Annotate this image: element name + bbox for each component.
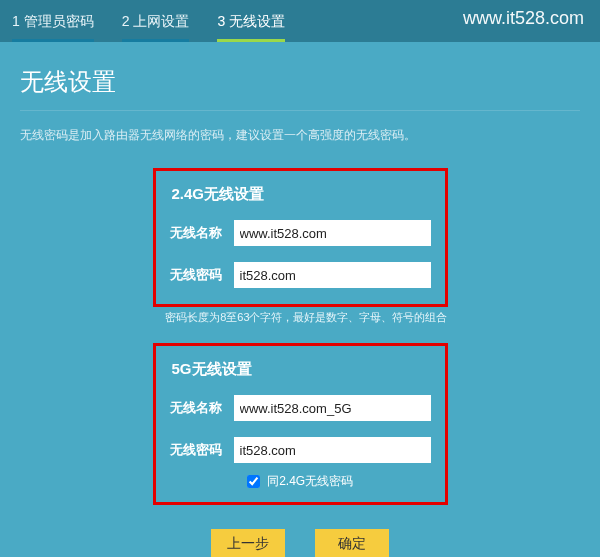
button-row: 上一步 确定	[211, 529, 389, 557]
page-title: 无线设置	[20, 66, 580, 111]
section-2-4g: 2.4G无线设置 无线名称 无线密码	[153, 168, 448, 307]
prev-button[interactable]: 上一步	[211, 529, 285, 557]
section-2-4g-title: 2.4G无线设置	[172, 185, 431, 204]
same-password-row: 同2.4G无线密码	[170, 473, 431, 490]
label-5g-password: 无线密码	[170, 441, 234, 459]
field-2-4g-name: 无线名称	[170, 220, 431, 246]
step-wireless-settings[interactable]: 3 无线设置	[217, 13, 285, 42]
field-5g-password: 无线密码	[170, 437, 431, 463]
checkbox-same-as-2-4g[interactable]	[247, 475, 260, 488]
field-2-4g-password: 无线密码	[170, 262, 431, 288]
ok-button[interactable]: 确定	[315, 529, 389, 557]
input-2-4g-password[interactable]	[234, 262, 431, 288]
label-2-4g-password: 无线密码	[170, 266, 234, 284]
input-2-4g-name[interactable]	[234, 220, 431, 246]
input-5g-name[interactable]	[234, 395, 431, 421]
page-desc: 无线密码是加入路由器无线网络的密码，建议设置一个高强度的无线密码。	[20, 127, 580, 144]
section-5g: 5G无线设置 无线名称 无线密码 同2.4G无线密码	[153, 343, 448, 505]
label-2-4g-name: 无线名称	[170, 224, 234, 242]
step-internet-settings[interactable]: 2 上网设置	[122, 13, 190, 42]
checkbox-same-label: 同2.4G无线密码	[267, 474, 353, 488]
label-5g-name: 无线名称	[170, 399, 234, 417]
password-hint: 密码长度为8至63个字符，最好是数字、字母、符号的组合	[153, 310, 448, 325]
content-area: 无线设置 无线密码是加入路由器无线网络的密码，建议设置一个高强度的无线密码。 2…	[0, 42, 600, 557]
step-admin-password[interactable]: 1 管理员密码	[12, 13, 94, 42]
watermark-text: www.it528.com	[463, 8, 584, 29]
section-5g-title: 5G无线设置	[172, 360, 431, 379]
field-5g-name: 无线名称	[170, 395, 431, 421]
wizard-steps-bar: 1 管理员密码 2 上网设置 3 无线设置 www.it528.com	[0, 0, 600, 42]
input-5g-password[interactable]	[234, 437, 431, 463]
